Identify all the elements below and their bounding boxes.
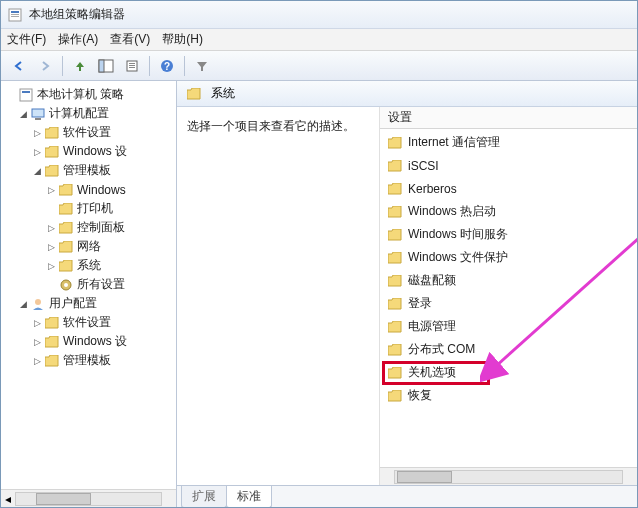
- tree-windows-settings[interactable]: Windows 设: [63, 143, 127, 160]
- tree-control-panel[interactable]: 控制面板: [77, 219, 125, 236]
- tab-extended[interactable]: 扩展: [181, 486, 227, 508]
- list-item-label: Windows 时间服务: [408, 226, 508, 243]
- folder-icon: [386, 365, 404, 381]
- list-item[interactable]: 磁盘配额: [380, 269, 637, 292]
- back-button[interactable]: [7, 54, 31, 78]
- expand-icon[interactable]: ▷: [31, 128, 43, 138]
- menu-view[interactable]: 查看(V): [110, 31, 150, 48]
- properties-button[interactable]: [120, 54, 144, 78]
- expand-icon[interactable]: ▷: [31, 337, 43, 347]
- column-header-settings[interactable]: 设置: [380, 107, 637, 129]
- tree-computer-config[interactable]: 计算机配置: [49, 105, 109, 122]
- list-item[interactable]: 登录: [380, 292, 637, 315]
- tree-network[interactable]: 网络: [77, 238, 101, 255]
- list-item[interactable]: Internet 通信管理: [380, 131, 637, 154]
- main-area: 本地计算机 策略 ◢计算机配置 ▷软件设置 ▷Windows 设 ◢管理模板 ▷…: [1, 81, 637, 507]
- user-icon: [30, 297, 46, 311]
- list-item[interactable]: Windows 热启动: [380, 200, 637, 223]
- menu-file[interactable]: 文件(F): [7, 31, 46, 48]
- list-item-label: 磁盘配额: [408, 272, 456, 289]
- content-header: 系统: [177, 81, 637, 107]
- tree-system[interactable]: 系统: [77, 257, 101, 274]
- show-hide-tree-button[interactable]: [94, 54, 118, 78]
- expand-icon[interactable]: ▷: [31, 147, 43, 157]
- expand-icon[interactable]: ▷: [31, 356, 43, 366]
- tree-windows[interactable]: Windows: [77, 183, 126, 197]
- nav-tree[interactable]: 本地计算机 策略 ◢计算机配置 ▷软件设置 ▷Windows 设 ◢管理模板 ▷…: [1, 81, 176, 489]
- tree-all-settings[interactable]: 所有设置: [77, 276, 125, 293]
- svg-text:?: ?: [164, 61, 170, 72]
- list-item[interactable]: Windows 时间服务: [380, 223, 637, 246]
- folder-icon: [44, 335, 60, 349]
- list-item[interactable]: Windows 文件保护: [380, 246, 637, 269]
- folder-icon: [44, 354, 60, 368]
- folder-icon: [386, 342, 404, 358]
- title-bar: 本地组策略编辑器: [1, 1, 637, 29]
- description-text: 选择一个项目来查看它的描述。: [187, 117, 369, 135]
- list-item[interactable]: 关机选项: [380, 361, 637, 384]
- settings-icon: [58, 278, 74, 292]
- svg-rect-1: [11, 11, 19, 13]
- svg-rect-15: [35, 118, 41, 120]
- folder-icon: [386, 204, 404, 220]
- filter-button[interactable]: [190, 54, 214, 78]
- computer-icon: [30, 107, 46, 121]
- svg-rect-7: [129, 63, 135, 64]
- svg-rect-3: [11, 16, 19, 17]
- list-item-label: 电源管理: [408, 318, 456, 335]
- forward-button[interactable]: [33, 54, 57, 78]
- tree-admin-templates[interactable]: 管理模板: [63, 162, 111, 179]
- list-item-label: 恢复: [408, 387, 432, 404]
- folder-icon: [386, 250, 404, 266]
- list-hscrollbar[interactable]: [380, 467, 637, 485]
- folder-icon: [386, 273, 404, 289]
- svg-point-18: [35, 299, 41, 305]
- tree-admin-templates-2[interactable]: 管理模板: [63, 352, 111, 369]
- tree-printer[interactable]: 打印机: [77, 200, 113, 217]
- svg-rect-14: [32, 109, 44, 117]
- tree-root[interactable]: 本地计算机 策略: [37, 86, 124, 103]
- help-button[interactable]: ?: [155, 54, 179, 78]
- svg-point-17: [64, 283, 68, 287]
- folder-icon: [386, 135, 404, 151]
- tab-standard[interactable]: 标准: [226, 486, 272, 508]
- tree-pane: 本地计算机 策略 ◢计算机配置 ▷软件设置 ▷Windows 设 ◢管理模板 ▷…: [1, 81, 177, 507]
- menu-action[interactable]: 操作(A): [58, 31, 98, 48]
- expand-icon[interactable]: ▷: [45, 223, 57, 233]
- list-item[interactable]: iSCSI: [380, 154, 637, 177]
- tree-software-settings-2[interactable]: 软件设置: [63, 314, 111, 331]
- list-item-label: Windows 热启动: [408, 203, 496, 220]
- content-title: 系统: [211, 85, 235, 102]
- description-pane: 选择一个项目来查看它的描述。: [177, 107, 379, 485]
- expand-icon[interactable]: ▷: [45, 242, 57, 252]
- menu-bar: 文件(F) 操作(A) 查看(V) 帮助(H): [1, 29, 637, 51]
- folder-icon: [58, 202, 74, 216]
- svg-rect-9: [129, 67, 135, 68]
- settings-list[interactable]: Internet 通信管理iSCSIKerberosWindows 热启动Win…: [380, 129, 637, 409]
- up-button[interactable]: [68, 54, 92, 78]
- tree-user-config[interactable]: 用户配置: [49, 295, 97, 312]
- list-item-label: Internet 通信管理: [408, 134, 500, 151]
- policy-icon: [18, 88, 34, 102]
- list-item[interactable]: 分布式 COM: [380, 338, 637, 361]
- content-pane: 系统 选择一个项目来查看它的描述。 设置 Internet 通信管理iSCSIK…: [177, 81, 637, 507]
- expand-icon[interactable]: ▷: [45, 261, 57, 271]
- folder-icon: [386, 319, 404, 335]
- collapse-icon[interactable]: ◢: [17, 109, 29, 119]
- collapse-icon[interactable]: ◢: [31, 166, 43, 176]
- collapse-icon[interactable]: ◢: [17, 299, 29, 309]
- tree-windows-settings-2[interactable]: Windows 设: [63, 333, 127, 350]
- view-tabs: 扩展 标准: [177, 485, 637, 507]
- menu-help[interactable]: 帮助(H): [162, 31, 203, 48]
- svg-rect-8: [129, 65, 135, 66]
- list-item[interactable]: Kerberos: [380, 177, 637, 200]
- expand-icon[interactable]: ▷: [45, 185, 57, 195]
- folder-icon: [386, 158, 404, 174]
- tree-hscrollbar[interactable]: ◂ ▸: [1, 489, 176, 507]
- expand-icon[interactable]: ▷: [31, 318, 43, 328]
- tree-software-settings[interactable]: 软件设置: [63, 124, 111, 141]
- list-item[interactable]: 电源管理: [380, 315, 637, 338]
- list-item[interactable]: 恢复: [380, 384, 637, 407]
- folder-icon: [44, 126, 60, 140]
- settings-list-pane: 设置 Internet 通信管理iSCSIKerberosWindows 热启动…: [379, 107, 637, 485]
